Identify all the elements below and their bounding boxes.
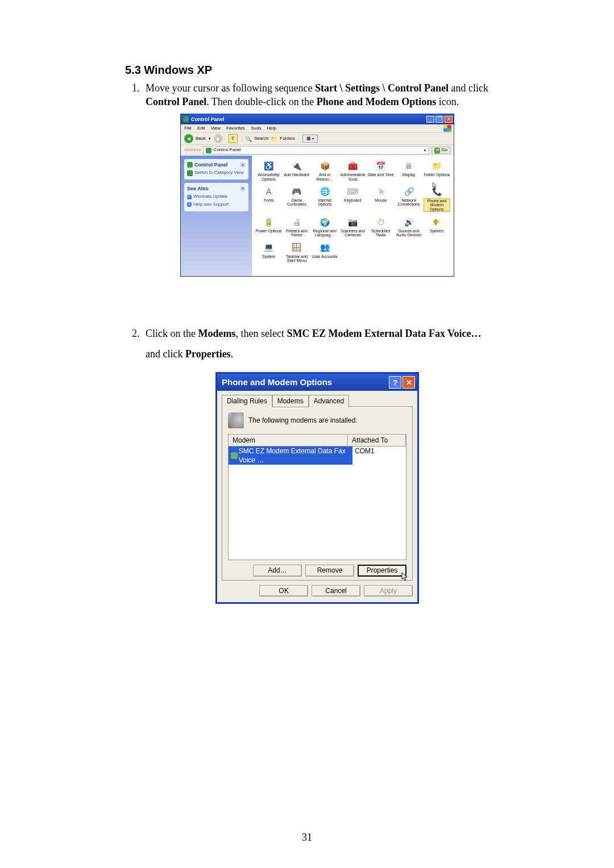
cp-item-icon: ⌨ — [346, 186, 359, 197]
cp-item-system[interactable]: 💻System — [255, 241, 282, 263]
tab-dialing-rules[interactable]: Dialing Rules — [222, 395, 272, 407]
cp-item-printers-and-faxes[interactable]: 🖨Printers and Faxes — [283, 215, 310, 237]
cp-item-label: Network Connections — [395, 198, 422, 207]
cp-item-icon: 🔗 — [403, 186, 415, 197]
cp-item-sounds-and-audio-devices[interactable]: 🔊Sounds and Audio Devices — [395, 215, 422, 237]
phone-modem-dialog: Phone and Modem Options ? ✕ Dialing Rule… — [215, 372, 419, 604]
cp-item-add-hardware[interactable]: 🔌Add Hardware — [283, 159, 310, 181]
modem-list[interactable]: Modem Attached To SMC EZ Modem External … — [228, 434, 406, 560]
switch-category-view-link[interactable]: Switch to Category View — [187, 170, 246, 176]
cp-item-speech[interactable]: 🗣Speech — [424, 215, 450, 237]
close-button[interactable]: ✕ — [403, 376, 415, 389]
cp-item-scanners-and-cameras[interactable]: 📷Scanners and Cameras — [339, 215, 366, 237]
cancel-button[interactable]: Cancel — [312, 585, 360, 596]
tab-advanced[interactable]: Advanced — [309, 395, 349, 407]
cp-item-label: Phone and Modem Options — [424, 198, 450, 212]
cp-item-label: Add or Remov… — [312, 173, 338, 181]
tab-modems[interactable]: Modems — [272, 395, 309, 407]
go-arrow-icon: ➔ — [434, 148, 440, 153]
cp-item-label: System — [262, 254, 275, 258]
cp-item-label: Date and Time — [368, 173, 394, 177]
cp-item-icon: 👥 — [318, 242, 331, 253]
close-button[interactable]: ✕ — [445, 116, 453, 123]
sidebar-panel1-title: Control Panel — [194, 161, 228, 168]
cp-item-date-and-time[interactable]: 📅Date and Time — [367, 159, 394, 181]
cp-item-label: Folder Options — [424, 173, 450, 177]
ok-button[interactable]: OK — [259, 585, 308, 596]
col-header-attached[interactable]: Attached To — [348, 435, 406, 446]
cp-item-label: Scheduled Tasks — [367, 229, 394, 237]
cp-item-label: Add Hardware — [284, 173, 310, 177]
help-button[interactable]: ? — [389, 376, 401, 389]
apply-button[interactable]: Apply — [364, 585, 413, 596]
view-mode-dropdown[interactable]: ▦▾ — [302, 135, 318, 143]
back-label: Back — [196, 136, 206, 142]
back-dropdown-icon[interactable]: ▼ — [208, 136, 211, 141]
address-value: Control Panel — [213, 147, 240, 153]
cp-item-accessibility-options[interactable]: ♿Accessibility Options — [255, 159, 282, 181]
properties-button[interactable]: Properties — [358, 565, 406, 576]
step-1: Move your cursor as following sequence S… — [142, 81, 489, 277]
step-2: Click on the Modems, then select SMC EZ … — [142, 323, 489, 604]
folders-icon[interactable]: 📁 — [271, 135, 277, 143]
windows-update-link[interactable]: Windows Update — [187, 194, 246, 200]
modem-item-icon — [231, 452, 238, 459]
menu-favorites[interactable]: Favorites — [226, 126, 245, 132]
cp-item-power-options[interactable]: 🔋Power Options — [255, 215, 282, 237]
up-button[interactable]: ⇧ — [229, 134, 238, 143]
cp-item-administrative-tools[interactable]: 🧰Administrative Tools — [339, 159, 366, 181]
search-icon[interactable]: 🔍 — [245, 135, 252, 143]
help-support-link[interactable]: ? Help and Support — [187, 202, 246, 208]
collapse-icon[interactable]: « — [240, 186, 246, 191]
cp-item-regional-and-languag[interactable]: 🌍Regional and Languag… — [312, 215, 338, 237]
remove-button[interactable]: Remove — [305, 565, 354, 576]
search-label[interactable]: Search — [254, 136, 268, 142]
cp-item-phone-and-modem-options[interactable]: 📞Phone and Modem Options — [424, 185, 450, 212]
toolbar: ◄ Back ▼ ► · ⇧ │ 🔍 Search 📁 Folders │ ▦▾ — [181, 132, 454, 144]
maximize-button[interactable]: ❐ — [435, 116, 443, 123]
control-panel-items: ♿Accessibility Options🔌Add Hardware📦Add … — [252, 156, 454, 276]
cp-item-taskbar-and-start-menu[interactable]: 🪟Taskbar and Start Menu — [283, 241, 310, 263]
collapse-icon[interactable]: « — [240, 162, 246, 168]
cp-item-add-or-remov[interactable]: 📦Add or Remov… — [312, 159, 338, 181]
cp-item-icon: 🖱 — [375, 186, 387, 197]
tab-pane: The following modems are installed: Mode… — [222, 406, 413, 580]
cp-item-game-controllers[interactable]: 🎮Game Controllers — [283, 185, 310, 212]
menu-view[interactable]: View — [211, 126, 221, 132]
address-field[interactable]: Control Panel ▼ — [203, 146, 429, 155]
cp-item-user-accounts[interactable]: 👥User Accounts — [312, 241, 338, 263]
cp-item-icon: 📦 — [318, 160, 331, 172]
forward-button[interactable]: ► — [214, 134, 223, 143]
cp-item-folder-options[interactable]: 📁Folder Options — [424, 159, 450, 181]
address-dropdown-icon[interactable]: ▼ — [423, 148, 426, 153]
bold-text: Start \ Settings \ Control Panel — [315, 82, 449, 94]
cp-item-icon: 🧰 — [346, 160, 359, 172]
col-header-modem[interactable]: Modem — [229, 435, 348, 446]
add-button[interactable]: Add… — [253, 565, 302, 576]
menu-edit[interactable]: Edit — [197, 126, 205, 132]
cp-item-keyboard[interactable]: ⌨Keyboard — [339, 185, 366, 212]
cp-item-icon: 🖥 — [403, 160, 415, 172]
dialog-titlebar[interactable]: Phone and Modem Options ? ✕ — [217, 374, 417, 391]
cp-item-mouse[interactable]: 🖱Mouse — [367, 185, 394, 212]
cp-item-display[interactable]: 🖥Display — [395, 159, 422, 181]
page-number: 31 — [0, 831, 614, 844]
cp-item-scheduled-tasks[interactable]: ⏱Scheduled Tasks — [367, 215, 394, 237]
list-header[interactable]: Modem Attached To — [229, 435, 406, 446]
cp-item-internet-options[interactable]: 🌐Internet Options — [312, 185, 338, 212]
modem-name: SMC EZ Modem External Data Fax Voice … — [239, 446, 350, 465]
minimize-button[interactable]: _ — [426, 116, 434, 123]
menu-tools[interactable]: Tools — [251, 126, 262, 132]
titlebar[interactable]: Control Panel _ ❐ ✕ — [181, 114, 454, 124]
folders-label[interactable]: Folders — [280, 136, 295, 142]
back-button[interactable]: ◄ — [184, 134, 193, 143]
menu-help[interactable]: Help — [267, 126, 276, 132]
go-button[interactable]: ➔ Go — [432, 147, 450, 154]
cp-item-icon: 🗣 — [430, 216, 443, 228]
cp-item-network-connections[interactable]: 🔗Network Connections — [395, 185, 422, 212]
cp-item-icon: 🔊 — [403, 216, 415, 228]
modem-row[interactable]: SMC EZ Modem External Data Fax Voice … C… — [229, 446, 406, 465]
menubar[interactable]: File Edit View Favorites Tools Help — [181, 124, 454, 133]
cp-item-fonts[interactable]: AFonts — [255, 185, 282, 212]
menu-file[interactable]: File — [184, 126, 192, 132]
